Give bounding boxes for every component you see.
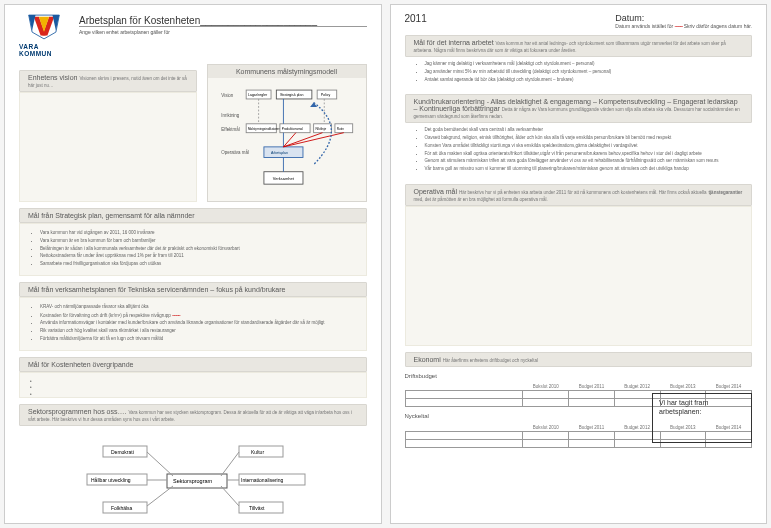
list-item: Rik variation och hög kvalitet skall var… (40, 328, 356, 335)
strategic-body: Vara kommun har vid utgången av 2011, 16… (19, 223, 367, 276)
svg-line-49 (147, 486, 173, 506)
list-item: Jag använder minst 5% av min arbetstid t… (425, 69, 743, 76)
svg-text:Policy: Policy (320, 93, 330, 97)
svg-text:Verksamhet: Verksamhet (272, 176, 294, 181)
svg-text:Lagar/regler: Lagar/regler (247, 93, 267, 97)
right-header: 2011 Datum: Datum används istället för ~… (405, 13, 753, 29)
list-item: Antalet samlat agerande tid bör öka (del… (425, 77, 743, 84)
col-head: Budget 2011 (569, 383, 615, 391)
svg-text:Folkhälsa: Folkhälsa (111, 505, 133, 511)
operativa-text: Här beskrivs hur vi på enheten ska arbet… (459, 190, 706, 195)
svg-text:Vision: Vision (221, 93, 234, 98)
list-item: KRAV- och närmiljöanpassade råvaror ska … (40, 304, 356, 311)
year: 2011 (405, 13, 427, 29)
svg-text:Sektorsprogram: Sektorsprogram (173, 478, 213, 484)
vision-body (19, 92, 197, 202)
svg-text:Internationalisering: Internationalisering (241, 477, 283, 483)
list-item: För att öka makten skall ogräsa orienter… (425, 151, 743, 158)
list-item: Nettokostnaderna får under året uppräkna… (40, 253, 356, 260)
svg-line-50 (221, 486, 239, 506)
svg-text:Hållbar utveckling: Hållbar utveckling (91, 477, 131, 483)
drift-label: Driftsbudget (405, 373, 753, 379)
list-item: Vår barns goll av misstro som vi kommer … (425, 166, 743, 173)
svg-text:Riktlinje: Riktlinje (315, 127, 326, 131)
operativa-body (405, 206, 753, 346)
svg-line-46 (221, 452, 239, 476)
svg-text:Tillväxt: Tillväxt (249, 505, 265, 511)
operativa-bar: Operativa mål Här beskrivs hur vi på enh… (405, 184, 753, 206)
list-item: Det goda bemötendet skall vara centralt … (425, 127, 743, 134)
list-item: Jag känner mig delaktig i verksamhetens … (425, 61, 743, 68)
col-head: Budget 2012 (614, 383, 660, 391)
vision-title: Enhetens vision (28, 74, 77, 81)
list-item: Samarbete med frivilligorganisation ska … (40, 261, 356, 268)
list-item: Genom att stimulera människan trifen att… (425, 158, 743, 165)
kund-body: Det goda bemötendet skall vara centralt … (405, 123, 753, 178)
list-item: Vara kommun har vid utgången av 2011, 16… (40, 230, 356, 237)
list-item: Förbättra måltidsmiljöerna för att få en… (40, 336, 356, 343)
title-block: Arbetsplan för Kostenheten _____________… (79, 13, 367, 35)
datum-label: Datum: (615, 13, 752, 23)
datum-text: Datum används istället för (615, 23, 673, 29)
model-diagram: Vision Lagar/regler Strategisk plan Poli… (208, 78, 366, 198)
svg-text:Produktionsmål: Produktionsmål (281, 127, 303, 131)
datum-text2: Skriv därför dagens datum här. (684, 23, 752, 29)
model-box: Kommunens målstyrningsmodell Vision Laga… (207, 64, 367, 202)
col-head: Bokslut 2010 (523, 423, 569, 431)
signed-box: Vi har tagit fram arbetsplanen: (652, 393, 752, 443)
logo: VARA KOMMUN (19, 13, 69, 58)
svg-text:Effektmål: Effektmål (221, 126, 239, 132)
page-left: VARA KOMMUN Arbetsplan för Kostenheten _… (4, 4, 382, 524)
svg-text:Arbetsplan: Arbetsplan (271, 151, 288, 155)
sektor-title: Sektorsprogrammen hos oss…. (28, 408, 126, 415)
logo-text: VARA KOMMUN (19, 43, 69, 57)
kost-body: ••• (19, 372, 367, 398)
vision-bar: Enhetens vision Visionen skrivs i presen… (19, 70, 197, 92)
svg-text:Målstyrningsindikatorer: Målstyrningsindikatorer (247, 127, 279, 131)
datum-block: Datum: Datum används istället för ~~~~ S… (615, 13, 752, 29)
svg-text:Inriktning: Inriktning (221, 113, 239, 118)
doc-title: Arbetsplan för Kostenheten _____________… (79, 15, 367, 27)
page-right: 2011 Datum: Datum används istället för ~… (390, 4, 768, 524)
svg-text:Strategisk plan: Strategisk plan (279, 93, 302, 97)
list-item: Använda informationsvägar i kontakter me… (40, 320, 356, 327)
interna-bar: Mål för det interna arbetet Vara kommun … (405, 35, 753, 57)
sektor-bar: Sektorsprogrammen hos oss…. Vara kommun … (19, 404, 367, 426)
shield-icon (27, 13, 61, 41)
col-head: Bokslut 2010 (523, 383, 569, 391)
interna-title: Mål för det interna arbetet (414, 39, 494, 46)
svg-text:Demokrati: Demokrati (111, 449, 134, 455)
kost-bar: Mål för Kostenheten övergripande (19, 357, 367, 372)
svg-text:Kultur: Kultur (251, 449, 264, 455)
operativa-title: Operativa mål (414, 188, 458, 195)
operativa-text2: med, det är påmötten är en bra möjlighet… (414, 197, 548, 202)
list-item: Belåtningen är sådan i alla kommunala ve… (40, 246, 356, 253)
list-item: Oavsett bakgrund, religion, etnisk tillh… (425, 135, 743, 142)
ekonomi-text: Här återfinns enhetens driftbudget och n… (443, 358, 538, 363)
list-item: Kostnaden för förvaltning och drift (kr/… (40, 312, 356, 320)
svg-marker-30 (310, 103, 317, 107)
ekonomi-title: Ekonomi (414, 356, 441, 363)
model-title: Kommunens målstyrningsmodell (208, 65, 366, 78)
list-item: Konsten Vara området tillräckligt stort/… (425, 143, 743, 150)
doc-subtitle: Ange vilken enhet arbetsplanen gäller fö… (79, 29, 367, 35)
verksamhet-bar: Mål från verksamhetsplanen för Tekniska … (19, 282, 367, 297)
left-header: VARA KOMMUN Arbetsplan för Kostenheten _… (19, 13, 367, 58)
svg-line-29 (283, 133, 343, 147)
ekonomi-bar: Ekonomi Här återfinns enhetens driftbudg… (405, 352, 753, 367)
svg-text:Rutin: Rutin (336, 127, 344, 131)
list-item: Vara kommun är en bra kommun för barn oc… (40, 238, 356, 245)
col-head: Budget 2013 (660, 383, 706, 391)
col-head: Budget 2011 (569, 423, 615, 431)
signed-text: Vi har tagit fram arbetsplanen: (659, 399, 708, 415)
interna-body: Jag känner mig delaktig i verksamhetens … (405, 57, 753, 88)
verksamhet-body: KRAV- och närmiljöanpassade råvaror ska … (19, 297, 367, 351)
kund-bar: Kund/brukarorientering - Allas delaktigh… (405, 94, 753, 123)
operativa-bold: tjänstegarantier (708, 190, 742, 195)
vision-row: Enhetens vision Visionen skrivs i presen… (19, 64, 367, 202)
svg-line-45 (147, 452, 173, 476)
sektor-diagram: Sektorsprogram Demokrati Kultur Hållbar … (19, 440, 367, 520)
strategic-bar: Mål från Strategisk plan, gemensamt för … (19, 208, 367, 223)
doc-title-text: Arbetsplan för Kostenheten (79, 15, 200, 26)
col-head: Budget 2014 (706, 383, 752, 391)
